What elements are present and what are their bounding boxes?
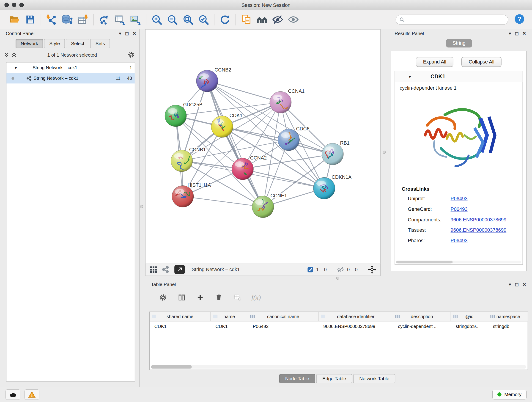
tab-network-table[interactable]: Network Table [353, 374, 395, 383]
column-header-description[interactable]: description [393, 312, 451, 321]
tab-network[interactable]: Network [16, 39, 43, 48]
cell-namespace[interactable]: stringdb [488, 321, 528, 331]
tab-string[interactable]: String [446, 39, 472, 47]
search-input[interactable] [407, 17, 505, 22]
network-edge[interactable] [207, 81, 280, 102]
create-column-button[interactable] [196, 293, 205, 302]
left-splitter-handle[interactable] [140, 205, 143, 208]
column-header-id[interactable]: @id [451, 312, 488, 321]
open-in-window-button[interactable] [174, 265, 185, 274]
hide-selected-button[interactable] [270, 12, 285, 27]
search-box[interactable] [396, 14, 508, 25]
collapse-all-button[interactable]: Collapse All [462, 57, 501, 67]
network-view[interactable]: CCNB2CCNA1CDC25BCDK1CDC6RB1CCNB1CCNA2CDK… [145, 29, 381, 263]
tab-node-table[interactable]: Node Table [279, 374, 315, 383]
delete-table-button[interactable] [233, 293, 242, 302]
export-table-button[interactable] [112, 12, 128, 27]
cloud-status-button[interactable] [6, 389, 20, 400]
panel-collapse-icon[interactable]: ▾ [119, 31, 121, 36]
panel-close-icon[interactable]: × [133, 31, 136, 36]
grid-view-button[interactable] [150, 266, 157, 274]
cell-id[interactable]: stringdb:9... [451, 321, 488, 331]
scrollbar-thumb[interactable] [151, 365, 192, 369]
cell-canonical-name[interactable]: P06493 [248, 321, 319, 331]
tab-select[interactable]: Select [66, 39, 89, 48]
table-settings-button[interactable] [158, 293, 167, 302]
table-row[interactable]: CDK1 CDK1 P06493 9606.ENSP00000378699 cy… [150, 321, 528, 331]
panel-float-icon[interactable]: ◻ [515, 31, 519, 36]
collapse-caret-icon[interactable]: ▼ [408, 74, 412, 79]
cell-name[interactable]: CDK1 [211, 321, 248, 331]
panel-float-icon[interactable]: ◻ [515, 282, 519, 287]
function-builder-button[interactable]: f(x) [251, 293, 261, 302]
zoom-fit-button[interactable] [180, 12, 196, 27]
crosslink-link-uniprot[interactable]: P06493 [451, 196, 468, 201]
refresh-view-button[interactable] [217, 12, 233, 27]
open-session-button[interactable] [7, 12, 22, 27]
panel-close-icon[interactable]: × [523, 281, 526, 287]
panel-collapse-icon[interactable]: ▾ [509, 282, 511, 287]
zoom-selected-button[interactable] [196, 12, 211, 27]
export-network-button[interactable] [96, 12, 112, 27]
import-network-database-button[interactable] [59, 12, 75, 27]
network-node-RB1[interactable]: RB1 [322, 140, 350, 165]
expand-all-button[interactable]: Expand All [416, 57, 453, 67]
collapse-all-networks-icon[interactable] [4, 52, 9, 57]
network-collection-row[interactable]: ▼ String Network – cdk1 1 [6, 62, 135, 73]
tab-edge-table[interactable]: Edge Table [316, 374, 352, 383]
network-node-HIST1H1A[interactable]: HIST1H1A [172, 182, 211, 207]
crosslink-link-tissues[interactable]: 9606.ENSP00000378699 [451, 227, 507, 233]
column-header-shared-name[interactable]: shared name [150, 312, 211, 321]
minimize-button[interactable] [12, 3, 16, 7]
tab-style[interactable]: Style [44, 39, 65, 48]
warnings-button[interactable] [25, 389, 39, 400]
column-header-name[interactable]: name [211, 312, 248, 321]
network-canvas[interactable]: CCNB2CCNA1CDC25BCDK1CDC6RB1CCNB1CCNA2CDK… [146, 30, 380, 263]
selected-checkbox-icon[interactable] [307, 267, 313, 272]
table-horizontal-scrollbar[interactable] [151, 365, 526, 369]
network-style-button[interactable] [162, 266, 169, 274]
pan-crosshair-icon[interactable] [368, 265, 376, 274]
import-table-button[interactable] [75, 12, 90, 27]
show-columns-button[interactable] [177, 293, 186, 302]
network-row-selected[interactable]: String Network – cdk1 11 48 [6, 73, 135, 83]
column-header-database-identifier[interactable]: database identifier [319, 312, 393, 321]
tree-expand-caret-icon[interactable]: ▼ [14, 66, 19, 70]
expand-all-networks-icon[interactable] [12, 52, 17, 57]
annotations-button[interactable] [239, 12, 254, 27]
cell-description[interactable]: cyclin-dependent ... [393, 321, 451, 331]
help-button[interactable]: ? [513, 13, 526, 26]
results-horizontal-scrollbar[interactable] [396, 261, 521, 263]
close-button[interactable] [4, 3, 9, 7]
import-network-file-button[interactable] [44, 12, 59, 27]
memory-button[interactable]: Memory [492, 390, 526, 400]
network-edge[interactable] [207, 81, 263, 207]
crosslink-link-genecard[interactable]: P06493 [451, 206, 468, 212]
column-header-namespace[interactable]: namespace [488, 312, 528, 321]
scrollbar-thumb[interactable] [396, 261, 452, 263]
bottom-splitter-handle[interactable] [336, 277, 339, 280]
network-node-CDK1[interactable]: CDK1 [211, 113, 243, 138]
panel-float-icon[interactable]: ◻ [125, 31, 129, 36]
crosslink-link-pharos[interactable]: P06493 [451, 238, 468, 243]
zoom-button[interactable] [19, 3, 24, 7]
panel-collapse-icon[interactable]: ▾ [509, 31, 511, 36]
save-session-button[interactable] [22, 12, 38, 27]
show-all-button[interactable] [285, 12, 301, 27]
cell-database-identifier[interactable]: 9606.ENSP00000378699 [319, 321, 393, 331]
network-edge[interactable] [183, 196, 263, 207]
panel-close-icon[interactable]: × [523, 31, 526, 36]
delete-column-button[interactable] [214, 293, 223, 302]
network-node-CCNB2[interactable]: CCNB2 [196, 67, 231, 92]
tab-sets[interactable]: Sets [90, 39, 110, 48]
zoom-in-button[interactable] [149, 12, 165, 27]
network-node-CCNA1[interactable]: CCNA1 [270, 89, 304, 113]
right-splitter-handle[interactable] [383, 151, 386, 154]
network-node-CCNB1[interactable]: CCNB1 [171, 147, 206, 172]
home-button[interactable] [254, 12, 270, 27]
crosslink-link-compartments[interactable]: 9606.ENSP00000378699 [451, 217, 507, 222]
export-image-button[interactable] [128, 12, 143, 27]
protein-card-header[interactable]: ▼ CDK1 [395, 71, 523, 82]
zoom-out-button[interactable] [165, 12, 180, 27]
cell-shared-name[interactable]: CDK1 [150, 321, 211, 331]
